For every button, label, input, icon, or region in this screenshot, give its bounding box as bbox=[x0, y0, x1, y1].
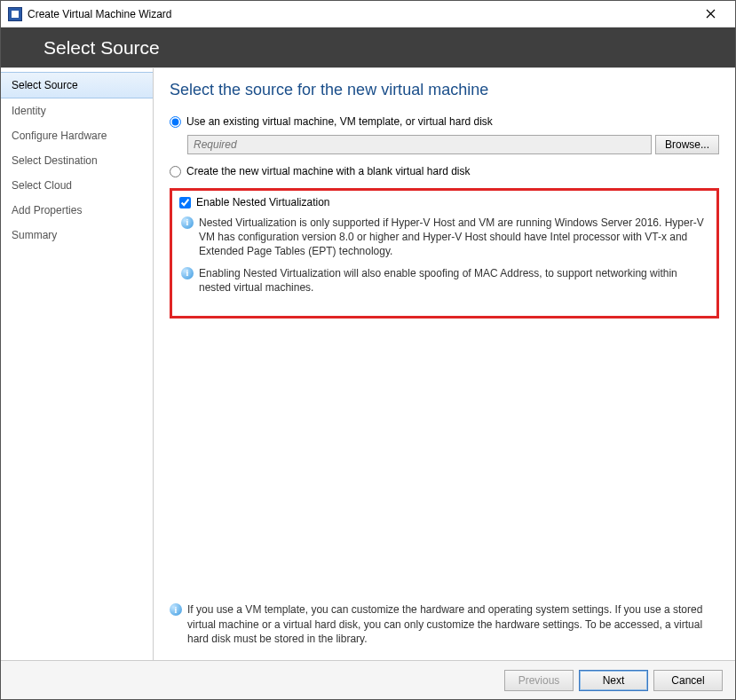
footer-info-row: i If you use a VM template, you can cust… bbox=[170, 594, 719, 651]
nested-info-text-2: Enabling Nested Virtualization will also… bbox=[199, 266, 709, 295]
info-icon: i bbox=[181, 267, 194, 279]
footer-info-text: If you use a VM template, you can custom… bbox=[187, 602, 719, 646]
option-existing-label: Use an existing virtual machine, VM temp… bbox=[186, 115, 493, 128]
window-title: Create Virtual Machine Wizard bbox=[28, 8, 692, 20]
banner: Select Source bbox=[1, 28, 735, 67]
info-icon: i bbox=[170, 603, 182, 616]
step-select-cloud[interactable]: Select Cloud bbox=[1, 173, 153, 198]
banner-title: Select Source bbox=[44, 37, 160, 59]
info-icon: i bbox=[181, 216, 194, 229]
option-existing-radio[interactable] bbox=[170, 116, 181, 128]
main-panel: Select the source for the new virtual ma… bbox=[154, 68, 735, 660]
step-select-source[interactable]: Select Source bbox=[1, 72, 153, 98]
nested-check-row[interactable]: Enable Nested Virtualization bbox=[179, 196, 709, 208]
page-title: Select the source for the new virtual ma… bbox=[170, 81, 719, 99]
path-row: Browse... bbox=[187, 135, 719, 154]
next-button[interactable]: Next bbox=[579, 670, 648, 691]
step-identity[interactable]: Identity bbox=[1, 98, 153, 123]
step-summary[interactable]: Summary bbox=[1, 223, 153, 248]
nested-info-row-1: i Nested Virtualization is only supporte… bbox=[181, 216, 709, 259]
nested-virtualization-box: Enable Nested Virtualization i Nested Vi… bbox=[170, 188, 719, 319]
nested-info-row-2: i Enabling Nested Virtualization will al… bbox=[181, 266, 709, 295]
sidebar: Select Source Identity Configure Hardwar… bbox=[1, 68, 154, 660]
titlebar: Create Virtual Machine Wizard bbox=[1, 1, 735, 28]
step-add-properties[interactable]: Add Properties bbox=[1, 198, 153, 223]
app-icon bbox=[8, 7, 22, 21]
option-blank-label: Create the new virtual machine with a bl… bbox=[186, 165, 471, 177]
source-path-input[interactable] bbox=[187, 135, 652, 154]
wizard-body: Select Source Identity Configure Hardwar… bbox=[1, 67, 735, 660]
cancel-button[interactable]: Cancel bbox=[653, 670, 723, 691]
close-button[interactable] bbox=[692, 3, 728, 26]
option-existing-row[interactable]: Use an existing virtual machine, VM temp… bbox=[170, 115, 719, 128]
option-blank-row[interactable]: Create the new virtual machine with a bl… bbox=[170, 165, 719, 177]
step-configure-hardware[interactable]: Configure Hardware bbox=[1, 123, 153, 148]
nested-checkbox[interactable] bbox=[179, 197, 191, 208]
nested-label: Enable Nested Virtualization bbox=[196, 196, 330, 208]
wizard-window: Create Virtual Machine Wizard Select Sou… bbox=[0, 0, 736, 700]
browse-button[interactable]: Browse... bbox=[655, 135, 719, 154]
button-bar: Previous Next Cancel bbox=[1, 660, 735, 699]
nested-info-text-1: Nested Virtualization is only supported … bbox=[199, 216, 709, 259]
option-blank-radio[interactable] bbox=[170, 166, 181, 177]
step-select-destination[interactable]: Select Destination bbox=[1, 148, 153, 173]
previous-button[interactable]: Previous bbox=[504, 670, 574, 691]
